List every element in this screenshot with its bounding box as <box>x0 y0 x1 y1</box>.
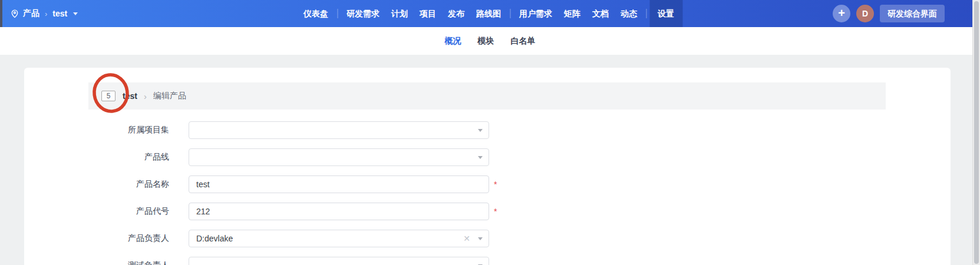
product-owner-select[interactable]: D:devlake <box>189 230 489 247</box>
product-code-label: 产品代号 <box>88 206 169 217</box>
product-line-label: 产品线 <box>88 152 169 163</box>
product-code-input[interactable] <box>189 203 489 220</box>
top-navigation-bar: 产品 › test 仪表盘 研发需求 计划 项目 发布 路线图 用户需求 矩阵 … <box>0 0 980 27</box>
menu-item-settings[interactable]: 设置 <box>649 0 682 27</box>
map-pin-icon <box>11 9 19 18</box>
main-menu: 仪表盘 研发需求 计划 项目 发布 路线图 用户需求 矩阵 文档 动态 设置 <box>298 0 682 27</box>
app-label[interactable]: 产品 <box>23 8 39 19</box>
edit-product-panel: 5 test › 编辑产品 所属项目集 产品线 <box>24 68 951 265</box>
rd-workbench-button[interactable]: 研发综合界面 <box>880 5 945 22</box>
program-select[interactable] <box>189 121 489 139</box>
menu-divider <box>510 9 510 18</box>
topbar-actions: + D 研发综合界面 <box>833 5 945 22</box>
form-row-product-name: 产品名称 * <box>88 175 886 193</box>
form-row-product-line: 产品线 <box>88 148 886 166</box>
tab-overview[interactable]: 概况 <box>445 36 461 47</box>
breadcrumb: 5 test › 编辑产品 <box>88 82 886 110</box>
menu-item-plans[interactable]: 计划 <box>385 0 414 27</box>
chevron-down-icon <box>478 156 483 159</box>
tab-whitelist[interactable]: 白名单 <box>511 36 536 47</box>
product-owner-label: 产品负责人 <box>88 233 169 244</box>
product-subnav: 概况 模块 白名单 <box>0 27 980 55</box>
menu-item-releases[interactable]: 发布 <box>442 0 470 27</box>
tab-modules[interactable]: 模块 <box>478 36 494 47</box>
program-label: 所属项目集 <box>88 125 169 135</box>
breadcrumb-separator: › <box>45 9 47 18</box>
product-name-label: 产品名称 <box>88 179 169 190</box>
user-avatar[interactable]: D <box>856 5 874 22</box>
menu-item-projects[interactable]: 项目 <box>414 0 442 27</box>
card-content: 5 test › 编辑产品 所属项目集 产品线 <box>88 82 886 265</box>
form-row-program: 所属项目集 <box>88 121 886 139</box>
left-edge-stripe <box>0 0 2 27</box>
page-title: 编辑产品 <box>153 91 186 101</box>
menu-item-roadmap[interactable]: 路线图 <box>470 0 507 27</box>
breadcrumb-product-name[interactable]: test <box>123 91 137 101</box>
test-owner-select[interactable] <box>189 257 489 265</box>
product-owner-select-value: D:devlake <box>196 234 233 243</box>
menu-item-dashboard[interactable]: 仪表盘 <box>298 0 334 27</box>
chevron-down-icon <box>478 129 483 132</box>
location-breadcrumb: 产品 › test <box>11 0 78 27</box>
clear-icon[interactable]: ✕ <box>463 230 470 247</box>
edit-product-form: 所属项目集 产品线 产品名称 <box>88 121 886 265</box>
form-row-test-owner: 测试负责人 <box>88 257 886 265</box>
add-button[interactable]: + <box>833 5 850 22</box>
menu-item-docs[interactable]: 文档 <box>586 0 615 27</box>
product-name-input[interactable] <box>189 175 489 193</box>
product-id-badge: 5 <box>101 91 116 101</box>
scrollbar-thumb[interactable] <box>974 1 979 264</box>
menu-item-rd-stories[interactable]: 研发需求 <box>341 0 385 27</box>
menu-divider <box>646 9 646 18</box>
vertical-scrollbar <box>972 0 980 265</box>
test-owner-label: 测试负责人 <box>88 260 169 265</box>
chevron-down-icon <box>73 12 78 15</box>
menu-item-matrix[interactable]: 矩阵 <box>558 0 586 27</box>
breadcrumb-separator: › <box>144 91 147 101</box>
required-marker: * <box>494 207 497 216</box>
menu-item-dynamics[interactable]: 动态 <box>615 0 643 27</box>
menu-item-user-stories[interactable]: 用户需求 <box>513 0 558 27</box>
menu-divider <box>337 9 338 18</box>
required-marker: * <box>494 180 497 189</box>
product-line-select[interactable] <box>189 148 489 166</box>
chevron-down-icon <box>478 237 483 240</box>
form-row-product-owner: 产品负责人 D:devlake ✕ <box>88 230 886 247</box>
current-product-switcher[interactable]: test <box>52 9 67 18</box>
form-row-product-code: 产品代号 * <box>88 203 886 220</box>
